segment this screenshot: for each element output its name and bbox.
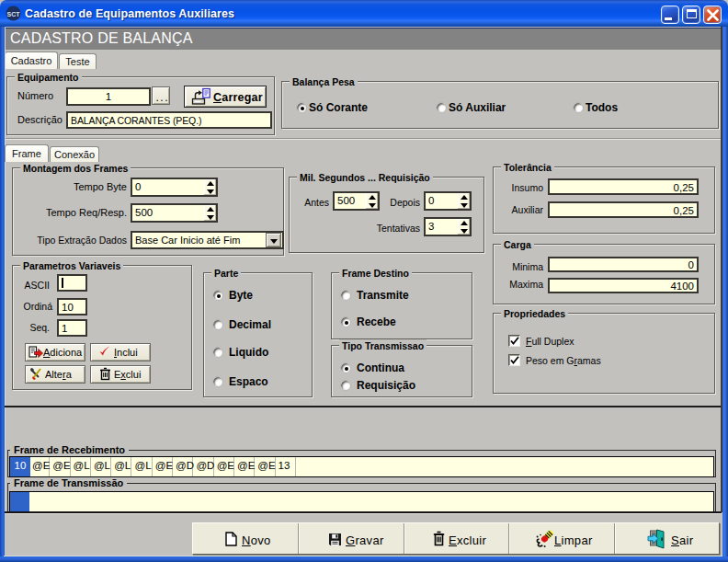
svg-text:SCT: SCT (7, 11, 21, 17)
